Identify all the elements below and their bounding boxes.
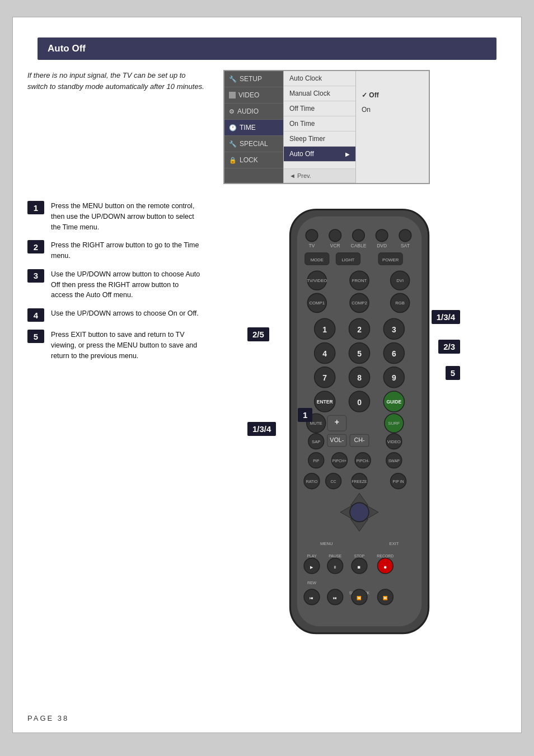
step-3-num: 3 [27,269,44,283]
svg-text:STOP: STOP [354,554,365,558]
svg-text:2: 2 [357,325,362,334]
svg-text:⏮: ⏮ [310,596,314,600]
svg-text:POWER: POWER [382,257,399,262]
menu-off-time: Off Time [284,101,355,116]
step-2-num: 2 [27,240,44,253]
svg-text:⏹: ⏹ [358,565,362,569]
page-title: Auto Off [38,37,496,60]
menu-prev: ◄ Prev. [284,169,355,183]
step-1-text: Press the MENU button on the remote cont… [51,201,201,232]
step-1-row: 1 Press the MENU button on the remote co… [27,201,201,232]
svg-text:SURF: SURF [388,421,400,426]
svg-text:COMP2: COMP2 [352,300,367,306]
svg-text:SAT: SAT [401,243,410,248]
svg-text:MENU: MENU [320,541,333,546]
svg-text:⏪: ⏪ [357,595,362,600]
svg-text:3: 3 [392,325,396,334]
svg-text:CABLE: CABLE [351,243,367,248]
step-1-num: 1 [27,201,44,214]
intro-text: If there is no input signal, the TV can … [27,70,207,92]
callout-134-bottom: 1/3/4 [247,422,276,436]
menu-auto-off: Auto Off ▶ [284,147,355,162]
step-4-num: 4 [27,308,44,322]
svg-point-10 [399,229,411,242]
svg-text:6: 6 [392,349,396,358]
svg-text:TV/VIDEO: TV/VIDEO [307,278,327,283]
svg-text:RGB: RGB [395,300,405,306]
svg-text:PIP IN: PIP IN [393,480,404,483]
svg-text:PIPCH+: PIPCH+ [332,459,346,463]
callout-25: 2/5 [247,327,269,341]
menu-sleep-timer: Sleep Timer [284,132,355,147]
svg-text:PAUSE: PAUSE [329,554,341,558]
menu-on-option: On [356,102,429,117]
step-3-text: Use the UP/DOWN arrow button to choose A… [51,269,201,300]
callout-5: 5 [446,366,460,380]
svg-text:ENTER: ENTER [317,399,333,405]
remote-control: TV VCR CABLE DVD SAT [264,201,455,651]
svg-text:EXIT: EXIT [389,541,399,546]
svg-text:⏩: ⏩ [383,595,388,600]
svg-point-4 [329,229,341,242]
menu-manual-clock: Manual Clock [284,86,355,101]
menu-spacer [284,162,355,169]
svg-text:RATIO: RATIO [306,480,318,483]
svg-text:⏭: ⏭ [333,596,337,600]
svg-text:SAP: SAP [312,439,320,444]
svg-text:1: 1 [322,325,327,334]
page: Auto Off If there is no input signal, th… [12,17,522,733]
menu-video: VIDEO [224,87,283,104]
svg-text:PLAY: PLAY [307,554,317,558]
svg-point-6 [353,229,365,242]
svg-text:GUIDE: GUIDE [386,399,401,405]
svg-text:DVI: DVI [396,278,404,283]
callout-23: 2/3 [438,340,460,354]
step-2-text: Press the RIGHT arrow button to go to th… [51,240,201,261]
svg-text:REW: REW [307,581,317,585]
svg-text:9: 9 [392,373,396,382]
svg-text:RECORD: RECORD [377,554,394,558]
svg-text:SWAP: SWAP [388,459,400,463]
svg-text:+: + [335,417,339,426]
menu-off-option: ✓ Off [356,88,429,102]
svg-text:⏸: ⏸ [333,565,337,569]
svg-text:PIP: PIP [313,459,320,463]
menu-setup: 🔧 SETUP [224,71,283,87]
svg-text:MODE: MODE [311,257,324,262]
svg-text:FREEZE: FREEZE [352,480,367,483]
menu-lock: 🔒 LOCK [224,152,283,168]
menu-audio: ⚙ AUDIO [224,104,283,120]
svg-text:PIPCH-: PIPCH- [356,459,369,463]
menu-special: 🔧 SPECIAL [224,136,283,152]
svg-text:CC: CC [331,480,336,483]
menu-time: 🕐 TIME [224,120,283,136]
svg-text:DVD: DVD [377,243,387,248]
step-4-row: 4 Use the UP/DOWN arrows to choose On or… [27,308,201,322]
svg-point-2 [306,229,318,242]
svg-text:5: 5 [357,349,362,358]
svg-text:0: 0 [357,398,362,407]
svg-text:CH-: CH- [354,436,365,443]
step-4-text: Use the UP/DOWN arrows to choose On or O… [51,308,199,319]
svg-text:COMP1: COMP1 [310,300,325,306]
svg-text:⏺: ⏺ [383,565,387,569]
svg-text:8: 8 [357,373,362,382]
page-number: PAGE 38 [27,714,69,722]
svg-text:VOL-: VOL- [330,436,344,443]
step-5-num: 5 [27,330,44,343]
svg-point-8 [376,229,388,242]
svg-text:VCR: VCR [330,243,340,248]
svg-text:4: 4 [322,349,327,358]
step-3-row: 3 Use the UP/DOWN arrow button to choose… [27,269,201,300]
svg-text:FRONT: FRONT [352,278,367,283]
svg-text:7: 7 [322,373,327,382]
svg-text:TV: TV [309,243,315,248]
step-2-row: 2 Press the RIGHT arrow button to go to … [27,240,201,261]
svg-text:LIGHT: LIGHT [342,257,355,262]
menu-auto-clock: Auto Clock [284,71,355,86]
callout-134-top: 1/3/4 [432,310,460,324]
menu-on-time: On Time [284,116,355,132]
callout-1-bottom: 1 [298,408,312,422]
svg-point-88 [350,503,369,522]
step-5-row: 5 Press EXIT button to save and return t… [27,330,201,361]
